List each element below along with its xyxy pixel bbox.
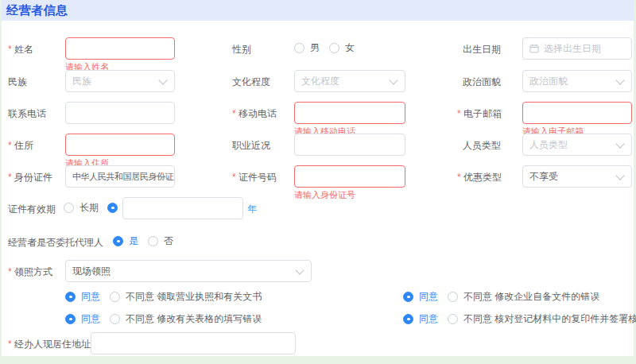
mobile-phone-input[interactable] <box>294 102 405 124</box>
agreement-1-agree-label: 同意 <box>419 290 438 304</box>
agreement-0-disagree-label: 不同意 领取营业执照和有关文书 <box>126 290 262 304</box>
section-header: 经营者信息 <box>2 0 634 21</box>
agreement-0-disagree-radio[interactable]: 不同意 领取营业执照和有关文书 <box>110 291 262 302</box>
gender-female-label: 女 <box>345 41 355 55</box>
personnel-type-select[interactable]: 人员类型 <box>522 134 632 156</box>
agent-address-label: 经办人现居住地址 <box>8 338 91 351</box>
license-select[interactable]: 现场领照 <box>65 260 312 282</box>
validity-label: 证件有效期 <box>8 203 56 216</box>
chevron-down-icon <box>615 171 624 180</box>
agreement-3-agree-label: 同意 <box>419 312 438 326</box>
chevron-down-icon <box>615 139 624 148</box>
radio-icon <box>403 292 413 302</box>
birth-date-label: 出生日期 <box>463 43 501 56</box>
radio-icon <box>448 314 458 324</box>
radio-icon <box>65 292 76 302</box>
agent-no-label: 否 <box>164 234 173 248</box>
agreement-2-agree-label: 同意 <box>81 312 100 326</box>
personnel-type-placeholder: 人员类型 <box>529 138 568 152</box>
political-label: 政治面貌 <box>463 76 501 89</box>
address-input[interactable] <box>65 134 175 156</box>
occupation-label: 职业近况 <box>232 139 270 153</box>
occupation-input[interactable] <box>294 134 405 156</box>
chevron-down-icon <box>295 265 304 274</box>
id-type-select[interactable]: 中华人民共和国居民身份证 <box>65 165 175 188</box>
agreement-1-disagree-radio[interactable]: 不同意 修改企业自备文件的错误 <box>448 291 599 302</box>
agreement-0-agree-radio[interactable]: 同意 <box>65 291 100 302</box>
chevron-down-icon <box>158 76 167 84</box>
validity-unit: 年 <box>247 203 257 216</box>
agent-no-radio[interactable]: 否 <box>148 235 173 246</box>
agent-yes-label: 是 <box>129 234 138 248</box>
contact-phone-input[interactable] <box>65 102 175 124</box>
radio-icon <box>65 314 76 324</box>
ethnicity-placeholder: 民族 <box>72 75 91 88</box>
id-type-value: 中华人民共和国居民身份证 <box>72 171 173 183</box>
personnel-type-label: 人员类型 <box>463 139 501 153</box>
radio-icon <box>294 43 304 53</box>
validity-longterm-label: 长期 <box>80 201 99 215</box>
radio-icon <box>329 43 339 53</box>
agent-yes-radio[interactable]: 是 <box>113 235 138 246</box>
chevron-down-icon <box>389 76 398 84</box>
validity-years-radio[interactable] <box>107 202 118 213</box>
email-input[interactable] <box>522 102 632 124</box>
id-number-error: 请输入身份证号 <box>294 189 355 201</box>
agreement-3-agree-radio[interactable]: 同意 <box>403 313 438 324</box>
mobile-phone-label: 移动电话 <box>232 107 277 121</box>
calendar-icon <box>529 44 539 53</box>
agreement-1-disagree-label: 不同意 修改企业自备文件的错误 <box>463 290 599 304</box>
name-input[interactable] <box>65 37 175 60</box>
education-placeholder: 文化程度 <box>301 75 339 88</box>
page-title: 经营者信息 <box>2 3 68 18</box>
birth-date-picker[interactable]: 选择出生日期 <box>522 37 632 60</box>
operator-info-panel: 经营者信息 姓名 请输入姓名 性别 男 女 出生日期 选择出生日期 民族 民族 … <box>2 0 634 356</box>
radio-icon <box>113 236 123 246</box>
address-label: 住所 <box>8 139 33 153</box>
agent-address-input[interactable] <box>91 332 296 354</box>
ethnicity-select[interactable]: 民族 <box>65 70 175 92</box>
operator-info-form: 姓名 请输入姓名 性别 男 女 出生日期 选择出生日期 民族 民族 文化程度 文… <box>2 21 634 356</box>
agent-label: 经营者是否委托代理人 <box>8 236 103 250</box>
ethnicity-label: 民族 <box>8 76 27 89</box>
preference-value: 不享受 <box>529 170 558 184</box>
validity-longterm-radio[interactable]: 长期 <box>64 202 99 213</box>
id-type-label: 身份证件 <box>8 171 52 184</box>
gender-female-radio[interactable]: 女 <box>329 42 355 53</box>
email-label: 电子邮箱 <box>457 107 502 121</box>
political-select[interactable]: 政治面貌 <box>522 70 632 92</box>
agreement-3-disagree-radio[interactable]: 不同意 核对登记材料中的复印件并签署核对意见 <box>448 313 636 324</box>
education-label: 文化程度 <box>232 76 270 89</box>
gender-male-radio[interactable]: 男 <box>294 42 320 53</box>
education-select[interactable]: 文化程度 <box>294 70 405 92</box>
radio-icon <box>148 236 158 246</box>
political-placeholder: 政治面貌 <box>529 75 568 88</box>
contact-phone-label: 联系电话 <box>8 107 46 121</box>
agreement-3-disagree-label: 不同意 核对登记材料中的复印件并签署核对意见 <box>463 312 636 326</box>
agreement-1-agree-radio[interactable]: 同意 <box>403 291 438 302</box>
preference-select[interactable]: 不享受 <box>522 165 632 188</box>
radio-icon <box>107 203 118 213</box>
name-label: 姓名 <box>8 43 33 56</box>
gender-male-label: 男 <box>310 41 320 55</box>
license-label: 领照方式 <box>8 265 52 279</box>
agreement-2-disagree-radio[interactable]: 不同意 修改有关表格的填写错误 <box>110 313 262 324</box>
radio-icon <box>403 314 413 324</box>
validity-years-input[interactable] <box>122 197 243 219</box>
birth-date-placeholder: 选择出生日期 <box>544 42 601 56</box>
id-number-input[interactable] <box>294 165 405 188</box>
chevron-down-icon <box>615 76 624 84</box>
radio-icon <box>110 314 120 324</box>
radio-icon <box>448 292 458 302</box>
license-value: 现场领照 <box>72 265 111 278</box>
radio-icon <box>64 203 74 213</box>
agreement-2-agree-radio[interactable]: 同意 <box>65 313 100 324</box>
radio-icon <box>110 292 120 302</box>
gender-label: 性别 <box>232 43 251 56</box>
preference-label: 优惠类型 <box>457 171 502 184</box>
id-number-label: 证件号码 <box>232 171 277 184</box>
agreement-2-disagree-label: 不同意 修改有关表格的填写错误 <box>126 312 262 326</box>
agreement-0-agree-label: 同意 <box>81 290 100 304</box>
